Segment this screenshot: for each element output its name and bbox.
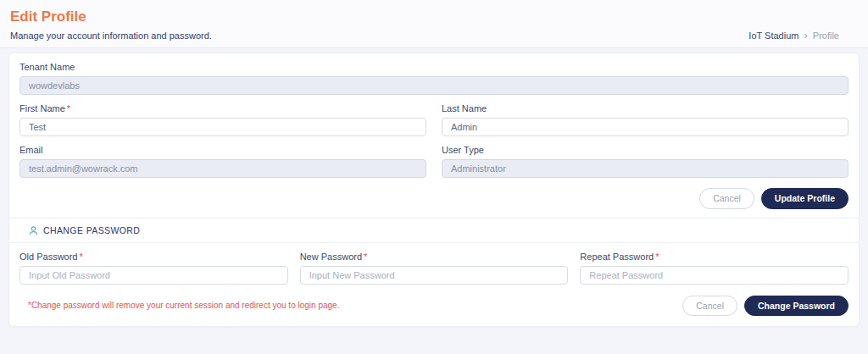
change-password-button[interactable]: Change Password: [744, 296, 849, 317]
password-actions: Cancel Change Password: [682, 296, 849, 317]
profile-actions: Cancel Update Profile: [19, 188, 849, 209]
change-password-heading: CHANGE PASSWORD: [19, 218, 849, 242]
first-name-input[interactable]: [19, 118, 426, 136]
update-profile-button[interactable]: Update Profile: [761, 188, 849, 209]
repeat-password-field-group: Repeat Password*: [580, 252, 849, 285]
user-type-input: [442, 159, 849, 178]
cancel-profile-button[interactable]: Cancel: [699, 188, 754, 209]
email-input: [19, 159, 426, 178]
password-footer-row: *Change password will remove your curren…: [19, 296, 849, 317]
first-name-field-group: First Name*: [19, 103, 426, 136]
user-icon: [28, 225, 39, 236]
breadcrumb-item-profile: Profile: [813, 30, 839, 41]
name-row: First Name* Last Name: [19, 103, 849, 136]
email-usertype-row: Email User Type: [19, 145, 849, 178]
email-field-group: Email: [19, 145, 426, 178]
breadcrumb: IoT Stadium › Profile: [748, 30, 839, 41]
old-password-field-group: Old Password*: [19, 252, 288, 285]
new-password-input[interactable]: [300, 266, 569, 285]
heading-divider: [9, 242, 859, 243]
required-asterisk: *: [79, 252, 82, 262]
edit-profile-card: Tenant Name First Name* Last Name Email …: [8, 53, 860, 327]
page-subtitle: Manage your account information and pass…: [10, 30, 212, 41]
page-title: Edit Profile: [10, 8, 212, 25]
tenant-name-label: Tenant Name: [19, 62, 849, 72]
chevron-right-icon: ›: [804, 30, 807, 41]
old-password-input[interactable]: [19, 266, 288, 285]
breadcrumb-item-iot-stadium[interactable]: IoT Stadium: [748, 30, 798, 41]
page-header-titles: Edit Profile Manage your account informa…: [10, 8, 212, 41]
repeat-password-label: Repeat Password: [580, 252, 654, 262]
change-password-heading-label: CHANGE PASSWORD: [43, 225, 140, 235]
last-name-field-group: Last Name: [442, 103, 849, 136]
new-password-field-group: New Password*: [300, 252, 569, 285]
tenant-name-input: [19, 76, 849, 95]
change-password-warning-note: *Change password will remove your curren…: [19, 301, 339, 310]
new-password-label: New Password: [300, 252, 362, 262]
email-label: Email: [19, 145, 426, 155]
user-type-label: User Type: [442, 145, 849, 155]
password-fields-row: Old Password* New Password* Repeat Passw…: [19, 252, 849, 285]
first-name-label: First Name: [19, 103, 65, 113]
cancel-password-button[interactable]: Cancel: [682, 296, 737, 317]
tenant-name-field-group: Tenant Name: [19, 62, 849, 95]
last-name-input[interactable]: [442, 118, 849, 136]
page-header: Edit Profile Manage your account informa…: [0, 0, 868, 48]
last-name-label: Last Name: [442, 103, 849, 113]
user-type-field-group: User Type: [442, 145, 849, 178]
required-asterisk: *: [364, 252, 367, 262]
required-asterisk: *: [67, 103, 70, 113]
required-asterisk: *: [655, 252, 659, 262]
repeat-password-input[interactable]: [580, 266, 849, 285]
old-password-label: Old Password: [19, 252, 77, 262]
